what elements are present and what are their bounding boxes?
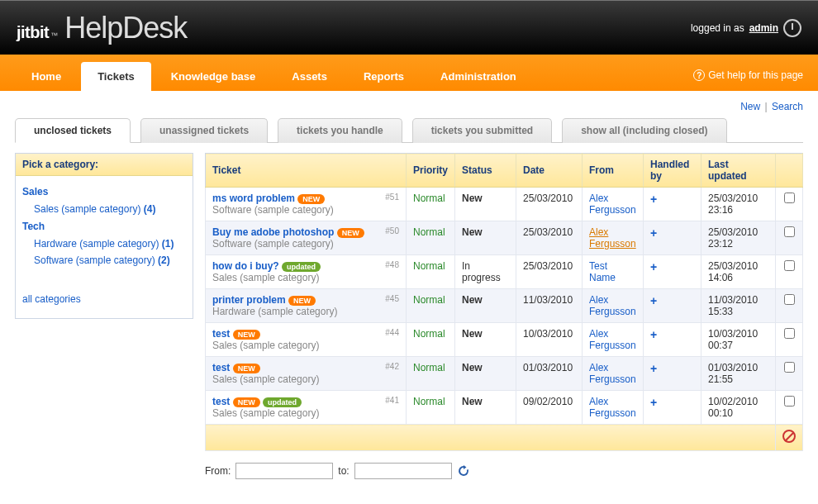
assign-button[interactable]: + [650,294,657,307]
last-updated: 25/03/201023:16 [701,188,776,221]
from-link[interactable]: Alex Fergusson [589,396,636,419]
subcategory[interactable]: Software (sample category) (2) [22,252,186,269]
brand-product: HelpDesk [64,11,187,45]
row-checkbox[interactable] [784,193,795,203]
ticket-title-link[interactable]: printer problem [212,294,286,306]
assign-button[interactable]: + [650,193,657,206]
status: New [462,193,483,204]
row-checkbox[interactable] [784,294,795,305]
col-ticket[interactable]: Ticket [206,154,407,188]
ticket-title-link[interactable]: ms word problem [212,193,295,204]
row-checkbox[interactable] [784,260,795,271]
category-sales[interactable]: Sales [22,183,186,201]
main-navbar: HomeTicketsKnowledge baseAssetsReportsAd… [0,55,818,91]
assign-button[interactable]: + [650,260,657,273]
ticket-category: Sales (sample category) [212,407,319,419]
ticket-title-link[interactable]: how do i buy? [212,260,279,272]
main-tab-knowledge-base[interactable]: Knowledge base [155,62,273,91]
main-tab-home[interactable]: Home [15,62,78,91]
last-updated: 10/03/201000:37 [701,323,776,357]
subtab-tickets-you-handle[interactable]: tickets you handle [278,118,402,143]
date: 01/03/2010 [516,357,583,391]
priority: Normal [413,294,445,306]
ticket-title-link[interactable]: test [212,396,230,407]
main-tab-reports[interactable]: Reports [347,62,421,91]
subtab-unassigned-tickets[interactable]: unassigned tickets [140,118,268,143]
date-filter: From: to: [205,463,803,479]
tickets-table: Ticket Priority Status Date From Handled… [205,153,803,451]
date: 09/02/2010 [516,391,583,425]
col-updated[interactable]: Last updated [701,154,776,188]
table-row: #48how do i buy? updatedSales (sample ca… [206,255,803,289]
ticket-id: #48 [385,260,399,269]
main-tab-assets[interactable]: Assets [275,62,344,91]
subtab-tickets-you-submitted[interactable]: tickets you submitted [412,118,552,143]
date-from-input[interactable] [235,463,333,479]
table-footer-row [206,425,803,451]
table-row: #45printer problem NEWHardware (sample c… [206,289,803,323]
refresh-icon[interactable] [457,464,470,478]
brand-jitbit: jitbit [17,23,49,42]
ticket-id: #50 [385,226,399,235]
row-checkbox[interactable] [784,328,795,339]
date-from-label: From: [205,465,231,477]
login-prefix: logged in as [691,22,744,34]
subcategory[interactable]: Sales (sample category) (4) [22,201,186,217]
date: 25/03/2010 [516,188,583,221]
col-from[interactable]: From [583,154,644,188]
forbid-icon[interactable] [782,430,796,443]
assign-button[interactable]: + [650,396,657,409]
table-row: #41test NEW updatedSales (sample categor… [206,391,803,425]
col-handled[interactable]: Handled by [644,154,701,188]
col-priority[interactable]: Priority [406,154,454,188]
category-sidebar: Pick a category: SalesSales (sample cate… [15,153,193,319]
subtab-unclosed-tickets[interactable]: unclosed tickets [15,118,131,143]
from-link[interactable]: Alex Fergusson [589,226,636,250]
status: New [462,396,483,407]
last-updated: 01/03/201021:55 [701,357,776,391]
ticket-category: Sales (sample category) [212,272,319,283]
help-link[interactable]: ? Get help for this page [693,69,803,91]
ticket-title-link[interactable]: Buy me adobe photoshop [212,226,334,238]
search-link[interactable]: Search [772,101,803,112]
subcategory[interactable]: Hardware (sample category) (1) [22,235,186,252]
row-checkbox[interactable] [784,226,795,237]
app-header: jitbit™ HelpDesk logged in as admin [0,0,818,55]
category-tech[interactable]: Tech [22,217,186,235]
logout-icon[interactable] [783,19,801,37]
status: In progress [462,260,501,283]
assign-button[interactable]: + [650,226,657,240]
tickets-table-wrap: Ticket Priority Status Date From Handled… [205,153,803,479]
from-link[interactable]: Alex Fergusson [589,362,636,385]
from-link[interactable]: Alex Fergusson [589,294,636,317]
date-to-input[interactable] [354,463,452,479]
ticket-category: Sales (sample category) [212,340,319,351]
last-updated: 25/03/201014:06 [701,255,776,289]
col-status[interactable]: Status [455,154,516,188]
content: New | Search unclosed ticketsunassigned … [0,91,818,504]
assign-button[interactable]: + [650,328,657,341]
ticket-title-link[interactable]: test [212,362,230,373]
new-link[interactable]: New [740,101,760,112]
assign-button[interactable]: + [650,362,657,375]
status: New [462,294,483,306]
all-categories-link[interactable]: all categories [22,269,186,310]
from-link[interactable]: Test Name [589,260,616,283]
from-link[interactable]: Alex Fergusson [589,328,636,351]
ticket-title-link[interactable]: test [212,328,230,340]
login-user-link[interactable]: admin [749,22,778,34]
subtab-show-all-including-closed-[interactable]: show all (including closed) [562,118,726,143]
row-checkbox[interactable] [784,362,795,373]
row-checkbox[interactable] [784,396,795,407]
help-icon: ? [693,69,705,81]
col-date[interactable]: Date [516,154,583,188]
priority: Normal [413,328,445,340]
priority: Normal [413,362,445,373]
table-row: #42test NEWSales (sample category)Normal… [206,357,803,391]
top-links: New | Search [15,97,803,117]
main-tab-tickets[interactable]: Tickets [81,62,151,91]
main-tab-administration[interactable]: Administration [424,62,533,91]
date-to-label: to: [338,465,349,477]
from-link[interactable]: Alex Fergusson [589,193,636,216]
priority: Normal [413,396,445,407]
